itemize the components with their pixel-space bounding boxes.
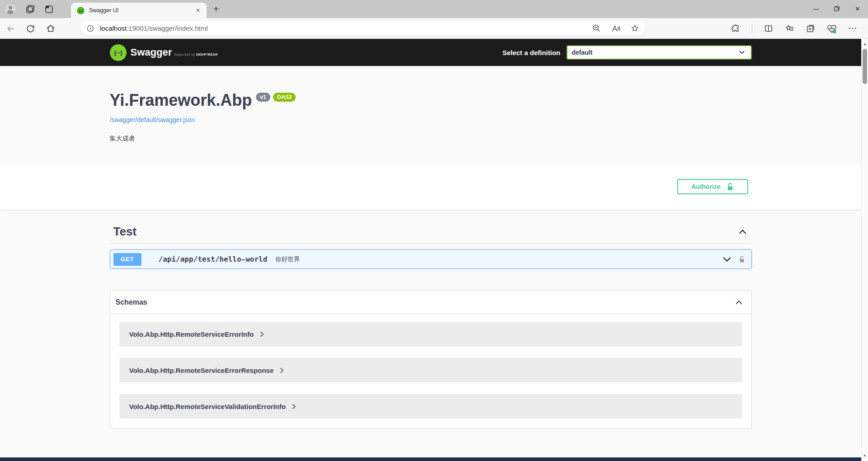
new-tab-button[interactable]: + xyxy=(213,3,219,15)
browser-titlebar: {..} Swagger UI ✕ + — ✕ xyxy=(0,0,868,18)
api-info-section: Yi.Framework.Abp v1 OAS3 /swagger/defaul… xyxy=(0,66,861,164)
url-text: localhost:19001/swagger/index.html xyxy=(100,24,208,32)
scrollbar-up-button[interactable]: ▲ xyxy=(862,40,868,48)
api-description: 集大成者 xyxy=(110,135,752,143)
operation-get-hello-world[interactable]: GET /api/app/test/hello-world 你好世界 xyxy=(110,249,752,269)
model-row-remote-service-validation-error-info[interactable]: Volo.Abp.Http.RemoteServiceValidationErr… xyxy=(119,394,742,419)
favorites-list-icon[interactable] xyxy=(785,24,794,33)
version-badge: v1 xyxy=(256,93,270,102)
model-name: Volo.Abp.Http.RemoteServiceErrorInfo xyxy=(129,330,254,338)
toolbar-divider xyxy=(752,24,752,33)
tag-title: Test xyxy=(113,225,137,239)
operation-summary: 你好世界 xyxy=(275,255,300,263)
settings-more-icon[interactable]: ··· xyxy=(849,24,857,33)
scheme-container: Authorize xyxy=(0,164,861,210)
taskbar-edge-strip xyxy=(0,457,861,461)
zoom-out-icon[interactable] xyxy=(592,24,601,33)
model-chevron-right-icon xyxy=(260,331,264,337)
extensions-icon[interactable] xyxy=(731,24,740,33)
authorize-label: Authorize xyxy=(691,183,721,190)
read-aloud-icon[interactable] xyxy=(611,24,620,33)
model-name: Volo.Abp.Http.RemoteServiceErrorResponse xyxy=(129,367,274,374)
scrollbar-down-button[interactable]: ▼ xyxy=(862,452,868,460)
page-scrollbar[interactable]: ▲ ▼ xyxy=(861,39,868,461)
model-chevron-right-icon xyxy=(292,404,296,409)
model-row-remote-service-error-response[interactable]: Volo.Abp.Http.RemoteServiceErrorResponse xyxy=(119,358,742,382)
browser-tab-swagger-ui[interactable]: {..} Swagger UI ✕ xyxy=(71,3,207,18)
window-close-button[interactable]: ✕ xyxy=(847,0,868,17)
schemas-container: Schemas Volo.Abp.Http.RemoteServiceError… xyxy=(110,290,752,429)
swagger-topbar: {···} Swagger Supported by SMARTBEAR Sel… xyxy=(0,39,861,66)
definition-select[interactable]: default xyxy=(566,45,752,60)
authorize-button[interactable]: Authorize xyxy=(677,179,748,194)
schemas-header[interactable]: Schemas xyxy=(110,291,751,314)
schemas-chevron-up-icon[interactable] xyxy=(736,300,742,305)
operation-lock-icon[interactable] xyxy=(739,255,745,263)
swagger-logo-subtext: Supported by SMARTBEAR xyxy=(174,53,218,56)
operation-path: /api/app/test/hello-world xyxy=(159,255,268,263)
site-info-icon[interactable] xyxy=(87,25,94,32)
spec-json-link[interactable]: /swagger/default/swagger.json xyxy=(110,116,195,123)
select-definition-label: Select a definition xyxy=(502,49,560,56)
tab-title: Swagger UI xyxy=(89,7,194,14)
swagger-logo: {···} Swagger Supported by SMARTBEAR xyxy=(110,44,218,61)
profile-avatar-icon[interactable] xyxy=(5,3,16,15)
refresh-icon[interactable] xyxy=(26,24,35,33)
select-chevron-down-icon xyxy=(739,51,745,54)
collections-icon[interactable] xyxy=(806,24,815,33)
window-restore-button[interactable] xyxy=(826,0,847,17)
unlock-icon xyxy=(726,183,734,191)
page-title: Yi.Framework.Abp xyxy=(110,90,252,110)
schemas-section: Schemas Volo.Abp.Http.RemoteServiceError… xyxy=(101,290,761,447)
collapse-chevron-up-icon[interactable] xyxy=(739,229,746,234)
home-icon[interactable] xyxy=(46,24,55,33)
api-title-row: Yi.Framework.Abp v1 OAS3 xyxy=(110,90,752,110)
split-screen-icon[interactable] xyxy=(764,24,773,33)
back-icon[interactable] xyxy=(6,24,15,33)
schemas-title: Schemas xyxy=(116,298,147,306)
url-path: :19001/swagger/index.html xyxy=(127,24,208,32)
tag-header-test[interactable]: Test xyxy=(110,225,752,244)
model-name: Volo.Abp.Http.RemoteServiceValidationErr… xyxy=(129,403,286,410)
test-section: Test GET /api/app/test/hello-world 你好世界 xyxy=(101,225,761,269)
scrollbar-thumb[interactable] xyxy=(863,49,867,84)
address-bar[interactable]: localhost:19001/swagger/index.html xyxy=(80,21,646,36)
tab-layout-icon[interactable] xyxy=(44,5,54,14)
definition-select-value: default xyxy=(572,49,593,56)
swagger-logo-icon: {···} xyxy=(110,44,127,61)
method-badge-get: GET xyxy=(113,253,142,266)
url-host: localhost xyxy=(100,24,127,32)
swagger-logo-text: Swagger xyxy=(131,47,172,58)
swagger-page: {···} Swagger Supported by SMARTBEAR Sel… xyxy=(0,39,861,447)
swagger-favicon: {..} xyxy=(77,7,85,14)
tab-close-icon[interactable]: ✕ xyxy=(194,6,202,14)
window-minimize-button[interactable]: — xyxy=(806,0,826,17)
model-row-remote-service-error-info[interactable]: Volo.Abp.Http.RemoteServiceErrorInfo xyxy=(119,322,742,346)
expand-chevron-down-icon[interactable] xyxy=(723,257,731,262)
browser-toolbar: localhost:19001/swagger/index.html xyxy=(0,18,868,39)
favorite-star-icon[interactable] xyxy=(631,24,639,33)
oas3-badge: OAS3 xyxy=(273,93,296,102)
browser-essentials-icon[interactable] xyxy=(827,24,837,33)
workspaces-icon[interactable] xyxy=(25,4,35,14)
model-chevron-right-icon xyxy=(280,367,284,373)
browser-window: {..} Swagger UI ✕ + — ✕ xyxy=(0,0,868,461)
